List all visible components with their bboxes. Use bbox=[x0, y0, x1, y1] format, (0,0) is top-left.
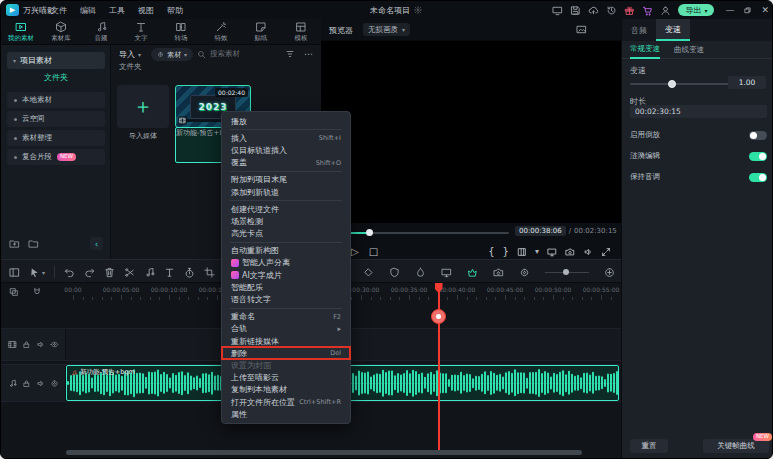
close-button[interactable]: ✕ bbox=[761, 5, 769, 15]
zoom-slider-handle[interactable] bbox=[563, 269, 569, 275]
sidebar-item[interactable]: 复合片段NEW bbox=[7, 149, 105, 165]
sidebar-item-folder-active[interactable]: 文件夹 bbox=[1, 72, 111, 83]
account-icon[interactable] bbox=[660, 5, 671, 16]
chroma-button[interactable] bbox=[467, 267, 478, 278]
tab-text[interactable]: 文字 bbox=[121, 19, 161, 44]
preview-display-settings-icon[interactable] bbox=[576, 24, 587, 35]
snapshot-button[interactable] bbox=[493, 267, 504, 278]
reset-button[interactable]: 重置 bbox=[630, 439, 668, 453]
menubar-item[interactable]: 帮助 bbox=[167, 5, 183, 16]
maximize-button[interactable] bbox=[743, 6, 752, 15]
menu-item[interactable]: 场景检测 bbox=[222, 215, 350, 227]
menu-item[interactable]: 删除Del bbox=[222, 347, 350, 359]
folder-icon[interactable] bbox=[28, 238, 39, 249]
gift-icon[interactable] bbox=[624, 5, 635, 16]
menu-item[interactable]: 打开文件所在位置Ctrl+Shift+R bbox=[222, 396, 350, 408]
screen-button[interactable] bbox=[441, 267, 452, 278]
tab-sticker[interactable]: 贴纸 bbox=[241, 19, 281, 44]
trash-button[interactable] bbox=[104, 267, 115, 278]
tab-library[interactable]: 素材库 bbox=[41, 19, 81, 44]
panel-layout-button[interactable] bbox=[9, 267, 20, 278]
caret-down-icon[interactable]: ▾ bbox=[535, 247, 539, 257]
mark-in-button[interactable]: { bbox=[488, 247, 494, 257]
volume-button[interactable] bbox=[583, 247, 593, 257]
grid-button[interactable] bbox=[517, 247, 527, 257]
film-icon[interactable] bbox=[8, 340, 17, 349]
menu-item[interactable]: 合轨▸ bbox=[222, 323, 350, 335]
stopwatch-button[interactable] bbox=[184, 267, 195, 278]
keyframe-button[interactable] bbox=[363, 267, 374, 278]
menubar-item[interactable]: 编辑 bbox=[80, 5, 96, 16]
speed-subtab[interactable]: 常规变速 bbox=[630, 41, 660, 59]
text-button[interactable] bbox=[164, 267, 175, 278]
speed-slider[interactable] bbox=[630, 79, 730, 88]
save-icon[interactable] bbox=[570, 5, 581, 16]
stop-button[interactable]: □ bbox=[369, 247, 378, 257]
toggle-switch[interactable] bbox=[749, 152, 767, 161]
play-button[interactable]: ▷ bbox=[351, 247, 359, 257]
menu-item[interactable]: 附加到项目末尾 bbox=[222, 174, 350, 186]
import-button[interactable]: 导入 ▾ bbox=[119, 49, 141, 60]
properties-tab[interactable]: 变速 bbox=[656, 19, 690, 41]
snapshot-button[interactable] bbox=[565, 247, 575, 257]
playhead[interactable] bbox=[438, 283, 440, 450]
sidebar-item[interactable]: 素材整理 bbox=[7, 130, 105, 146]
minimize-button[interactable]: — bbox=[725, 5, 734, 15]
display-icon[interactable] bbox=[552, 5, 563, 16]
toggle-switch[interactable] bbox=[749, 131, 767, 140]
preview-seekbar[interactable] bbox=[331, 229, 509, 236]
expand-button[interactable] bbox=[601, 247, 611, 257]
scissors-button[interactable] bbox=[124, 267, 135, 278]
menu-item[interactable]: 高光卡点 bbox=[222, 228, 350, 240]
seekbar-handle[interactable] bbox=[366, 229, 373, 236]
lock-icon[interactable] bbox=[22, 379, 31, 388]
sidebar-collapse-button[interactable]: ‹ bbox=[90, 237, 103, 250]
menu-item[interactable]: 智能配乐 bbox=[222, 281, 350, 293]
timeline-horizontal-scrollbar[interactable] bbox=[66, 450, 582, 455]
cursor-select-button[interactable]: ▾ bbox=[29, 267, 45, 278]
tab-transition[interactable]: 转场 bbox=[161, 19, 201, 44]
toggle-switch[interactable] bbox=[749, 173, 767, 182]
undo-button[interactable] bbox=[64, 267, 75, 278]
menu-item[interactable]: 重新链接媒体 bbox=[222, 335, 350, 347]
cart-icon[interactable] bbox=[642, 5, 653, 16]
menu-item[interactable]: 播放 bbox=[222, 115, 350, 127]
playhead-marker[interactable] bbox=[431, 309, 446, 324]
speed-value[interactable]: 1.00 bbox=[728, 76, 766, 89]
duration-input[interactable]: 00:02:30:15 bbox=[630, 105, 767, 118]
mask-button[interactable] bbox=[389, 267, 400, 278]
screen-button[interactable] bbox=[547, 247, 557, 257]
tab-fx[interactable]: 特效 bbox=[201, 19, 241, 44]
menu-item[interactable]: 添加到新轨道 bbox=[222, 186, 350, 198]
drop-button[interactable] bbox=[415, 267, 426, 278]
more-icon[interactable]: ⋯ bbox=[304, 49, 313, 59]
tab-music[interactable]: 音频 bbox=[81, 19, 121, 44]
keyframe-curve-button[interactable]: 关键帧曲线 NEW bbox=[703, 439, 769, 453]
crop-button[interactable] bbox=[204, 267, 215, 278]
menu-item[interactable]: 设置为封面 bbox=[222, 359, 350, 371]
menu-item[interactable]: 自动重新构图 bbox=[222, 245, 350, 257]
cloud-upload-icon[interactable] bbox=[588, 5, 599, 16]
menu-item[interactable]: 创建代理文件 bbox=[222, 203, 350, 215]
speed-slider-handle[interactable] bbox=[668, 80, 676, 88]
music-button[interactable] bbox=[144, 267, 155, 278]
tab-media[interactable]: 我的素材 bbox=[1, 19, 41, 44]
sidebar-item[interactable]: 本地素材 bbox=[7, 92, 105, 108]
record-button[interactable] bbox=[519, 267, 530, 278]
import-media-tile[interactable]: ＋ bbox=[117, 85, 169, 128]
menu-item[interactable]: 覆盖Shift+O bbox=[222, 157, 350, 169]
history-icon[interactable] bbox=[606, 5, 617, 16]
media-type-filter-dropdown[interactable]: 素材 ▾ bbox=[151, 48, 193, 61]
properties-tab[interactable]: 音频 bbox=[622, 19, 656, 41]
menu-item[interactable]: 智能人声分离 bbox=[222, 257, 350, 269]
export-button[interactable]: 导出 ▾ bbox=[678, 4, 714, 16]
filter-icon[interactable] bbox=[285, 49, 295, 59]
sidebar-item-project-media[interactable]: ▾ 项目素材 bbox=[7, 52, 105, 69]
preview-quality-dropdown[interactable]: 无损画质 ▾ bbox=[363, 23, 410, 36]
menu-item[interactable]: 属性 bbox=[222, 408, 350, 420]
menubar-item[interactable]: 工具 bbox=[109, 5, 125, 16]
search-input[interactable]: 搜索素材 bbox=[197, 49, 240, 59]
fit-button[interactable] bbox=[604, 267, 615, 278]
menubar-item[interactable]: 文件 bbox=[51, 5, 67, 16]
timeline-zoom-slider[interactable] bbox=[545, 267, 589, 277]
